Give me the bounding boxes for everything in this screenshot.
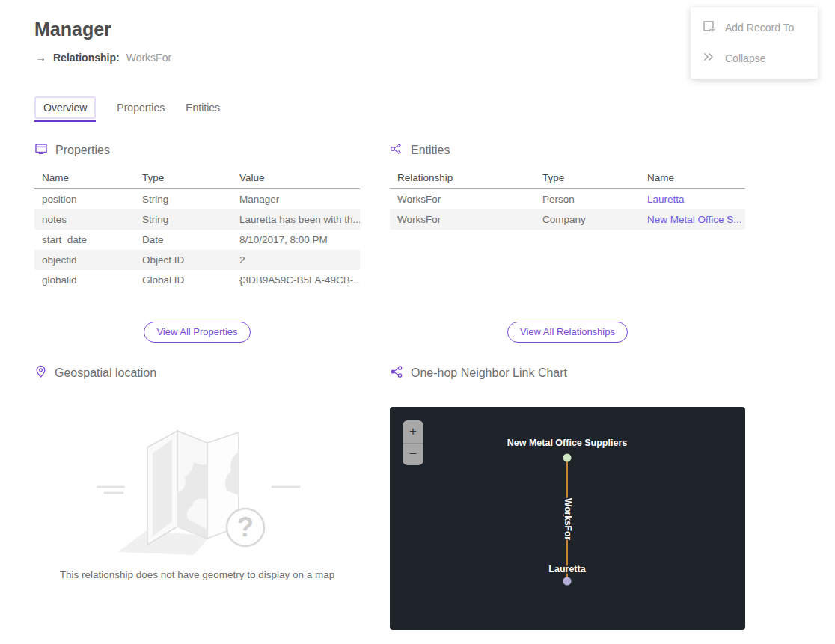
column-header: Name bbox=[640, 168, 745, 189]
cell-value: 8/10/2017, 8:00 PM bbox=[232, 230, 360, 250]
collapse-icon bbox=[702, 50, 715, 66]
table-row[interactable]: WorksFor Person Lauretta bbox=[390, 189, 745, 210]
cell-name: objectid bbox=[34, 250, 135, 270]
cell-type: String bbox=[135, 209, 232, 230]
link-chart-panel: One-hop Neighbor Link Chart WorksFor New… bbox=[390, 365, 745, 630]
entities-action-row: View All Relationships bbox=[390, 322, 745, 343]
view-all-relationships-button[interactable]: View All Relationships bbox=[507, 322, 628, 343]
entities-panel-header: Entities bbox=[390, 142, 745, 159]
entities-icon bbox=[390, 142, 403, 159]
page-title: Manager bbox=[34, 19, 111, 40]
cell-value: 2 bbox=[232, 250, 360, 270]
tab-entities[interactable]: Entities bbox=[186, 97, 220, 118]
column-header: Type bbox=[135, 168, 232, 189]
map-pin-icon bbox=[34, 365, 47, 381]
cell-type: Object ID bbox=[135, 250, 232, 270]
link-chart-panel-title: One-hop Neighbor Link Chart bbox=[411, 367, 567, 380]
link-chart-graph: WorksFor New Metal Office Suppliers Laur… bbox=[390, 407, 745, 630]
no-geometry-map-placeholder: ? bbox=[34, 417, 360, 559]
node-label-person: Lauretta bbox=[548, 564, 586, 574]
cell-type: Person bbox=[535, 189, 640, 210]
column-header: Type bbox=[535, 168, 640, 189]
table-row[interactable]: start_date Date 8/10/2017, 8:00 PM bbox=[34, 230, 360, 250]
table-row[interactable]: WorksFor Company New Metal Office S... bbox=[390, 209, 745, 230]
menu-item-label: Add Record To bbox=[725, 22, 794, 34]
breadcrumb: → Relationship: WorksFor bbox=[35, 51, 171, 64]
entities-panel-title: Entities bbox=[411, 144, 450, 157]
zoom-in-button[interactable]: + bbox=[403, 420, 423, 444]
cell-value: Manager bbox=[232, 189, 360, 210]
entities-table: Relationship Type Name WorksFor Person L… bbox=[390, 168, 745, 230]
geospatial-panel-header: Geospatial location bbox=[34, 365, 360, 381]
cell-type: Company bbox=[535, 209, 640, 230]
tab-properties[interactable]: Properties bbox=[117, 97, 165, 118]
properties-panel-header: Properties bbox=[34, 142, 360, 159]
menu-item-collapse[interactable]: Collapse bbox=[691, 43, 818, 73]
geospatial-panel-title: Geospatial location bbox=[55, 367, 156, 380]
folded-map-illustration: ? bbox=[82, 417, 313, 556]
view-all-properties-button[interactable]: View All Properties bbox=[144, 322, 250, 343]
zoom-control: + − bbox=[403, 420, 423, 465]
no-geometry-message: This relationship does not have geometry… bbox=[34, 569, 360, 580]
menu-item-add-record-to[interactable]: Add Record To bbox=[691, 12, 818, 43]
table-row[interactable]: globalid Global ID {3DB9A59C-B5FA-49CB-.… bbox=[34, 270, 360, 290]
link-chart-panel-header: One-hop Neighbor Link Chart bbox=[390, 365, 745, 381]
tab-bar: Overview Properties Entities bbox=[34, 96, 220, 119]
column-header: Value bbox=[232, 168, 360, 189]
entity-link-lauretta[interactable]: Lauretta bbox=[640, 189, 745, 210]
link-chart-icon bbox=[390, 365, 403, 381]
breadcrumb-label: Relationship: bbox=[53, 52, 120, 64]
cell-relationship: WorksFor bbox=[390, 209, 535, 230]
arrow-right-icon: → bbox=[35, 51, 46, 64]
menu-item-label: Collapse bbox=[725, 52, 765, 64]
geospatial-panel: Geospatial location ? This relationship … bbox=[34, 365, 360, 580]
node-company[interactable] bbox=[563, 454, 572, 462]
cell-type: Date bbox=[135, 230, 232, 250]
table-row[interactable]: objectid Object ID 2 bbox=[34, 250, 360, 270]
breadcrumb-value: WorksFor bbox=[126, 52, 171, 64]
context-menu: Add Record To Collapse bbox=[691, 7, 818, 79]
table-row[interactable]: position String Manager bbox=[34, 189, 360, 210]
add-record-icon bbox=[702, 19, 715, 35]
table-row[interactable]: notes String Lauretta has been with th..… bbox=[34, 209, 360, 230]
properties-table: Name Type Value position String Manager … bbox=[34, 168, 360, 290]
cell-type: String bbox=[135, 189, 232, 210]
zoom-out-button[interactable]: − bbox=[403, 444, 423, 466]
cell-relationship: WorksFor bbox=[390, 189, 535, 210]
column-header: Name bbox=[34, 168, 135, 189]
properties-icon bbox=[34, 142, 48, 159]
cell-name: notes bbox=[34, 209, 135, 230]
svg-text:?: ? bbox=[237, 512, 254, 542]
entities-panel: Entities Relationship Type Name WorksFor… bbox=[390, 142, 745, 230]
link-chart-canvas[interactable]: WorksFor New Metal Office Suppliers Laur… bbox=[390, 407, 745, 630]
cell-type: Global ID bbox=[135, 270, 232, 290]
tab-overview[interactable]: Overview bbox=[34, 96, 96, 119]
edge-label: WorksFor bbox=[563, 498, 573, 540]
properties-panel: Properties Name Type Value position Stri… bbox=[34, 142, 360, 290]
cell-name: start_date bbox=[34, 230, 135, 250]
cell-value: {3DB9A59C-B5FA-49CB-... bbox=[232, 270, 360, 290]
node-label-company: New Metal Office Suppliers bbox=[507, 438, 628, 448]
node-person[interactable] bbox=[563, 577, 572, 586]
column-header: Relationship bbox=[390, 168, 535, 189]
cell-name: globalid bbox=[34, 270, 135, 290]
properties-action-row: View All Properties bbox=[34, 322, 360, 343]
cell-value: Lauretta has been with th... bbox=[232, 209, 360, 230]
cell-name: position bbox=[34, 189, 135, 210]
entity-link-new-metal-office[interactable]: New Metal Office S... bbox=[640, 209, 745, 230]
properties-panel-title: Properties bbox=[55, 144, 110, 157]
